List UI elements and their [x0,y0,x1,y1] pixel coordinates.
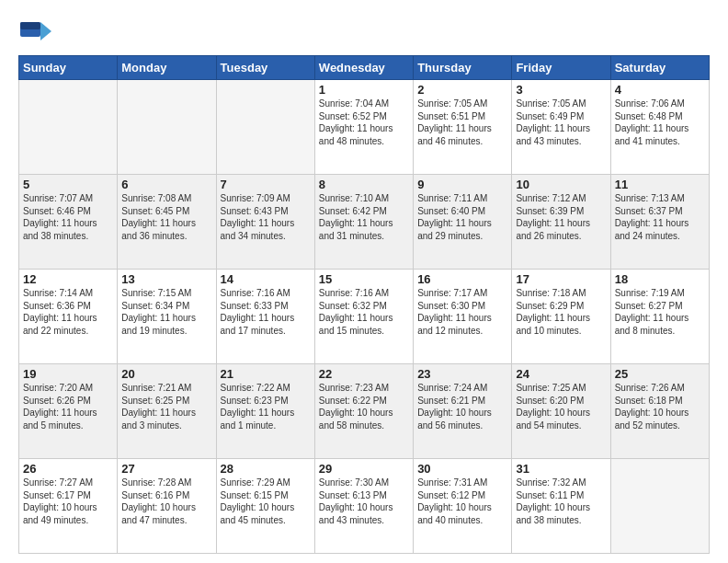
day-number: 7 [221,178,311,191]
svg-marker-1 [40,22,51,40]
day-info: Sunrise: 7:32 AM Sunset: 6:11 PM Dayligh… [516,477,606,526]
day-number: 24 [516,367,606,381]
weekday-header-tuesday: Tuesday [216,56,314,80]
page: SundayMondayTuesdayWednesdayThursdayFrid… [0,0,728,563]
day-info: Sunrise: 7:15 AM Sunset: 6:34 PM Dayligh… [121,287,211,337]
day-number: 11 [615,178,705,191]
day-info: Sunrise: 7:04 AM Sunset: 6:52 PM Dayligh… [319,98,409,147]
calendar-cell: 20Sunrise: 7:21 AM Sunset: 6:25 PM Dayli… [118,364,216,459]
day-number: 8 [319,178,409,191]
day-number: 12 [23,272,113,286]
day-info: Sunrise: 7:16 AM Sunset: 6:32 PM Dayligh… [319,287,409,337]
day-number: 19 [23,367,113,381]
day-number: 17 [516,272,606,286]
day-number: 15 [319,272,409,286]
day-info: Sunrise: 7:16 AM Sunset: 6:33 PM Dayligh… [221,287,311,337]
calendar-cell: 28Sunrise: 7:29 AM Sunset: 6:15 PM Dayli… [216,459,314,554]
week-row-1: 5Sunrise: 7:07 AM Sunset: 6:46 PM Daylig… [19,175,710,270]
calendar-cell: 18Sunrise: 7:19 AM Sunset: 6:27 PM Dayli… [610,270,709,364]
day-number: 23 [417,367,507,381]
weekday-header-monday: Monday [118,56,216,80]
weekday-header-wednesday: Wednesday [314,56,413,80]
calendar-cell: 12Sunrise: 7:14 AM Sunset: 6:36 PM Dayli… [19,270,118,364]
day-info: Sunrise: 7:12 AM Sunset: 6:39 PM Dayligh… [516,192,606,242]
weekday-header-saturday: Saturday [610,56,709,80]
calendar-cell: 24Sunrise: 7:25 AM Sunset: 6:20 PM Dayli… [512,364,610,459]
day-info: Sunrise: 7:05 AM Sunset: 6:49 PM Dayligh… [516,98,606,147]
week-row-3: 19Sunrise: 7:20 AM Sunset: 6:26 PM Dayli… [19,364,710,459]
day-info: Sunrise: 7:09 AM Sunset: 6:43 PM Dayligh… [221,192,311,242]
weekday-header-row: SundayMondayTuesdayWednesdayThursdayFrid… [19,56,710,80]
day-info: Sunrise: 7:05 AM Sunset: 6:51 PM Dayligh… [417,98,507,147]
day-info: Sunrise: 7:11 AM Sunset: 6:40 PM Dayligh… [417,192,507,242]
weekday-header-sunday: Sunday [19,56,118,80]
header [18,15,710,48]
day-number: 21 [221,367,311,381]
day-info: Sunrise: 7:21 AM Sunset: 6:25 PM Dayligh… [121,382,211,431]
calendar-cell [216,80,314,175]
day-number: 29 [319,462,409,476]
calendar-cell: 19Sunrise: 7:20 AM Sunset: 6:26 PM Dayli… [19,364,118,459]
day-info: Sunrise: 7:18 AM Sunset: 6:29 PM Dayligh… [516,287,606,337]
week-row-0: 1Sunrise: 7:04 AM Sunset: 6:52 PM Daylig… [19,80,710,175]
calendar-cell: 31Sunrise: 7:32 AM Sunset: 6:11 PM Dayli… [512,459,610,554]
week-row-4: 26Sunrise: 7:27 AM Sunset: 6:17 PM Dayli… [19,459,710,554]
calendar-cell [610,459,709,554]
weekday-header-friday: Friday [512,56,610,80]
calendar-cell: 5Sunrise: 7:07 AM Sunset: 6:46 PM Daylig… [19,175,118,270]
calendar-cell: 16Sunrise: 7:17 AM Sunset: 6:30 PM Dayli… [414,270,512,364]
logo [18,15,55,48]
calendar-cell: 8Sunrise: 7:10 AM Sunset: 6:42 PM Daylig… [314,175,413,270]
day-info: Sunrise: 7:25 AM Sunset: 6:20 PM Dayligh… [516,382,606,431]
day-number: 4 [615,83,705,97]
calendar-cell: 10Sunrise: 7:12 AM Sunset: 6:39 PM Dayli… [512,175,610,270]
calendar-cell [19,80,118,175]
calendar-cell: 26Sunrise: 7:27 AM Sunset: 6:17 PM Dayli… [19,459,118,554]
day-number: 31 [516,462,606,476]
day-info: Sunrise: 7:26 AM Sunset: 6:18 PM Dayligh… [615,382,705,431]
day-number: 10 [516,178,606,191]
calendar-cell: 23Sunrise: 7:24 AM Sunset: 6:21 PM Dayli… [414,364,512,459]
day-info: Sunrise: 7:14 AM Sunset: 6:36 PM Dayligh… [23,287,113,337]
week-row-2: 12Sunrise: 7:14 AM Sunset: 6:36 PM Dayli… [19,270,710,364]
day-number: 2 [417,83,507,97]
day-info: Sunrise: 7:22 AM Sunset: 6:23 PM Dayligh… [221,382,311,431]
calendar-cell: 7Sunrise: 7:09 AM Sunset: 6:43 PM Daylig… [216,175,314,270]
calendar-cell: 11Sunrise: 7:13 AM Sunset: 6:37 PM Dayli… [610,175,709,270]
day-info: Sunrise: 7:23 AM Sunset: 6:22 PM Dayligh… [319,382,409,431]
calendar-cell: 1Sunrise: 7:04 AM Sunset: 6:52 PM Daylig… [314,80,413,175]
calendar-cell: 17Sunrise: 7:18 AM Sunset: 6:29 PM Dayli… [512,270,610,364]
day-number: 26 [23,462,113,476]
day-number: 22 [319,367,409,381]
day-info: Sunrise: 7:30 AM Sunset: 6:13 PM Dayligh… [319,477,409,526]
calendar-table: SundayMondayTuesdayWednesdayThursdayFrid… [18,55,710,554]
day-number: 14 [221,272,311,286]
day-info: Sunrise: 7:20 AM Sunset: 6:26 PM Dayligh… [23,382,113,431]
day-info: Sunrise: 7:31 AM Sunset: 6:12 PM Dayligh… [417,477,507,526]
day-info: Sunrise: 7:06 AM Sunset: 6:48 PM Dayligh… [615,98,705,147]
day-number: 20 [121,367,211,381]
day-info: Sunrise: 7:27 AM Sunset: 6:17 PM Dayligh… [23,477,113,526]
day-number: 18 [615,272,705,286]
calendar-cell: 29Sunrise: 7:30 AM Sunset: 6:13 PM Dayli… [314,459,413,554]
day-number: 3 [516,83,606,97]
calendar-cell: 2Sunrise: 7:05 AM Sunset: 6:51 PM Daylig… [414,80,512,175]
day-number: 25 [615,367,705,381]
day-info: Sunrise: 7:07 AM Sunset: 6:46 PM Dayligh… [23,192,113,242]
calendar-cell: 6Sunrise: 7:08 AM Sunset: 6:45 PM Daylig… [118,175,216,270]
calendar-cell: 21Sunrise: 7:22 AM Sunset: 6:23 PM Dayli… [216,364,314,459]
day-info: Sunrise: 7:28 AM Sunset: 6:16 PM Dayligh… [121,477,211,526]
day-number: 30 [417,462,507,476]
day-info: Sunrise: 7:24 AM Sunset: 6:21 PM Dayligh… [417,382,507,431]
day-info: Sunrise: 7:17 AM Sunset: 6:30 PM Dayligh… [417,287,507,337]
calendar-cell: 3Sunrise: 7:05 AM Sunset: 6:49 PM Daylig… [512,80,610,175]
day-number: 6 [121,178,211,191]
calendar-cell: 13Sunrise: 7:15 AM Sunset: 6:34 PM Dayli… [118,270,216,364]
day-number: 13 [121,272,211,286]
weekday-header-thursday: Thursday [414,56,512,80]
calendar-cell: 9Sunrise: 7:11 AM Sunset: 6:40 PM Daylig… [414,175,512,270]
calendar-cell: 22Sunrise: 7:23 AM Sunset: 6:22 PM Dayli… [314,364,413,459]
calendar-cell: 4Sunrise: 7:06 AM Sunset: 6:48 PM Daylig… [610,80,709,175]
day-number: 1 [319,83,409,97]
day-number: 9 [417,178,507,191]
